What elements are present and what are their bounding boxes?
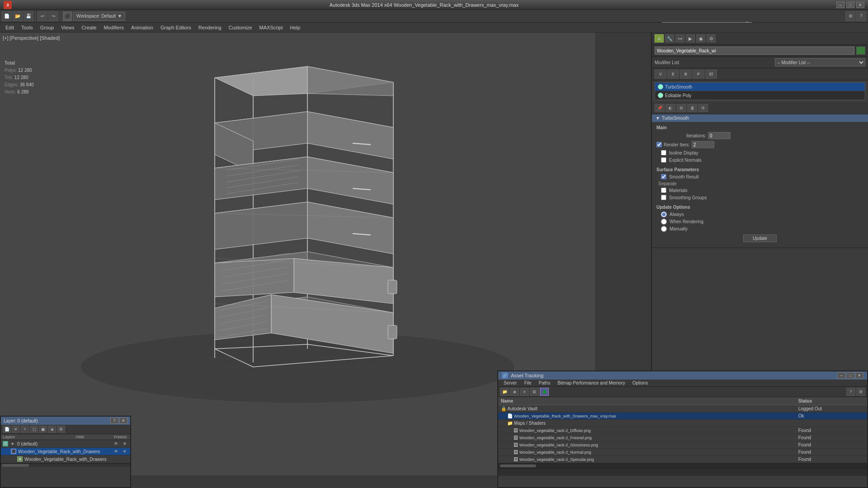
asset-row-vault[interactable]: 🔒 Autodesk Vault Logged Out [498,405,867,413]
show-end-result-icon[interactable]: ◐ [665,104,675,112]
materials-checkbox[interactable] [661,188,666,193]
modifier-list-select[interactable]: -- Modifier List -- [775,58,865,66]
object-name-input[interactable] [655,47,854,55]
asset-menu-paths[interactable]: Paths [535,380,554,386]
layer-vis-1[interactable]: 👁 [112,449,119,454]
layer-select-layer-btn[interactable]: ▣ [39,426,47,433]
modify-icon[interactable]: 🔧 [665,34,674,42]
redo-icon[interactable]: ↪ [48,11,58,21]
render-iters-input[interactable] [692,141,714,148]
render-iters-checkbox[interactable] [656,142,662,147]
asset-row-specular[interactable]: 🖼 Wooden_vegetable_rack-2_Specular.png F… [498,456,867,463]
menu-graph-editors[interactable]: Graph Editors [157,23,195,33]
layer-add-selected-btn[interactable]: + [21,426,29,433]
layer-settings-btn[interactable]: ⚙ [57,426,65,433]
menu-create[interactable]: Create [78,23,100,33]
asset-row-glossiness[interactable]: 🖼 Wooden_vegetable_rack-2_Glossiness.png… [498,441,867,449]
color-swatch[interactable] [856,47,865,55]
menu-customize[interactable]: Customize [225,23,256,33]
stack-item-editablepoly[interactable]: Editable Poly [655,91,865,100]
turbosmooth-rollout-header[interactable]: ▼ TurboSmooth [652,114,868,122]
menu-group[interactable]: Group [37,23,58,33]
sub-tab-polygon[interactable]: P [693,70,704,79]
sub-tab-edge[interactable]: E [667,70,679,79]
asset-menu-file[interactable]: File [520,380,535,386]
layer-help-button[interactable]: ? [110,418,118,424]
new-file-icon[interactable]: 📄 [2,11,12,21]
stack-bulb-turbosmooth[interactable] [658,84,663,89]
menu-edit[interactable]: Edit [2,23,18,33]
open-file-icon[interactable]: 📂 [13,11,23,21]
asset-tb-help[interactable]: ? [846,388,855,396]
layer-highlight-btn[interactable]: ◈ [48,426,56,433]
asset-row-max-file[interactable]: 📄 Wooden_Vegetable_Rack_with_Drawers_max… [498,413,867,420]
iterations-input[interactable] [708,132,731,139]
asset-tb-browse[interactable]: 📁 [500,388,509,396]
hierarchy-icon[interactable]: ⊶ [675,34,684,42]
asset-tb-tree[interactable]: 🌲 [540,388,549,396]
layer-scrollbar[interactable] [1,463,130,467]
configure-icon[interactable]: ⚙ [698,104,708,112]
render-icon[interactable]: ⬛ [62,11,72,21]
menu-rendering[interactable]: Rendering [195,23,225,33]
layer-vis-0[interactable]: 👁 [112,441,119,446]
layer-frz-0[interactable]: ❄ [121,441,128,446]
stack-bulb-editablepoly[interactable] [658,93,663,98]
isoline-checkbox[interactable] [661,150,666,155]
pin-stack-icon[interactable]: 📌 [655,104,665,112]
asset-tb-settings[interactable]: ⚙ [856,388,865,396]
asset-maximize-button[interactable]: □ [846,372,854,379]
explicit-normals-checkbox[interactable] [661,157,666,163]
menu-help[interactable]: Help [287,23,304,33]
asset-row-diffuse[interactable]: 🖼 Wooden_vegetable_rack-2_Diffuse.png Fo… [498,427,867,434]
close-button[interactable]: ✕ [856,2,864,8]
layer-new-btn[interactable]: 📄 [3,426,11,433]
asset-tb-detail[interactable]: ⊞ [530,388,539,396]
minimize-button[interactable]: ─ [836,2,844,8]
asset-menu-bitmap-perf[interactable]: Bitmap Performance and Memory [554,380,629,386]
menu-views[interactable]: Views [57,23,78,33]
settings-icon[interactable]: ⚙ [845,11,855,21]
when-rendering-radio[interactable] [661,219,667,225]
maximize-button[interactable]: □ [846,2,854,8]
asset-row-normal[interactable]: 🖼 Wooden_vegetable_rack-2_Normal.png Fou… [498,449,867,456]
asset-menu-server[interactable]: Server [500,380,520,386]
help-icon[interactable]: ? [856,11,866,21]
menu-maxscript[interactable]: MAXScript [256,23,287,33]
smooth-result-checkbox[interactable] [661,174,666,179]
smoothing-groups-checkbox[interactable] [661,195,666,200]
menu-animation[interactable]: Animation [127,23,157,33]
sub-tab-element[interactable]: El [705,70,717,79]
remove-modifier-icon[interactable]: 🗑 [687,104,697,112]
sub-tab-vertex[interactable]: V [655,70,666,79]
display-icon[interactable]: ◉ [696,34,705,42]
asset-tb-list[interactable]: ≡ [520,388,529,396]
undo-icon[interactable]: ↩ [38,11,47,21]
menu-modifiers[interactable]: Modifiers [100,23,127,33]
asset-minimize-button[interactable]: ─ [837,372,845,379]
update-button[interactable]: Update [743,235,777,242]
asset-row-maps-folder[interactable]: 📁 Maps / Shaders [498,420,867,427]
asset-close-button[interactable]: ✕ [855,372,863,379]
layer-delete-btn[interactable]: ✕ [12,426,20,433]
layer-row-mesh[interactable]: ▦ Wooden_Vegetable_Rack_with_Drawers [1,455,130,463]
stack-item-turbosmooth[interactable]: TurboSmooth [655,83,865,91]
manually-radio[interactable] [661,226,667,232]
workspace-selector[interactable]: Workspace: Default ▼ [73,12,125,21]
layer-close-button[interactable]: ✕ [119,418,127,424]
asset-menu-options[interactable]: Options [629,380,651,386]
utilities-icon[interactable]: ⚙ [707,34,716,42]
asset-hscroll[interactable] [498,463,867,469]
layer-row-rack[interactable]: ⬛ Wooden_Vegetable_Rack_with_Drawers 👁 ❄ [1,448,130,455]
save-file-icon[interactable]: 💾 [24,11,33,21]
layer-select-objects-btn[interactable]: ◻ [30,426,38,433]
layer-row-default[interactable]: ☰ ▶ 0 (default) 👁 ❄ [1,440,130,448]
layer-frz-1[interactable]: ❄ [121,449,128,454]
menu-tools[interactable]: Tools [18,23,37,33]
asset-tb-highlight[interactable]: ◈ [510,388,519,396]
create-icon[interactable]: ⊕ [655,34,664,42]
motion-icon[interactable]: ▶ [686,34,695,42]
asset-row-fresnel[interactable]: 🖼 Wooden_vegetable_rack-2_Fresnel.png Fo… [498,434,867,441]
sub-tab-border[interactable]: B [680,70,692,79]
make-unique-icon[interactable]: ⊞ [676,104,686,112]
